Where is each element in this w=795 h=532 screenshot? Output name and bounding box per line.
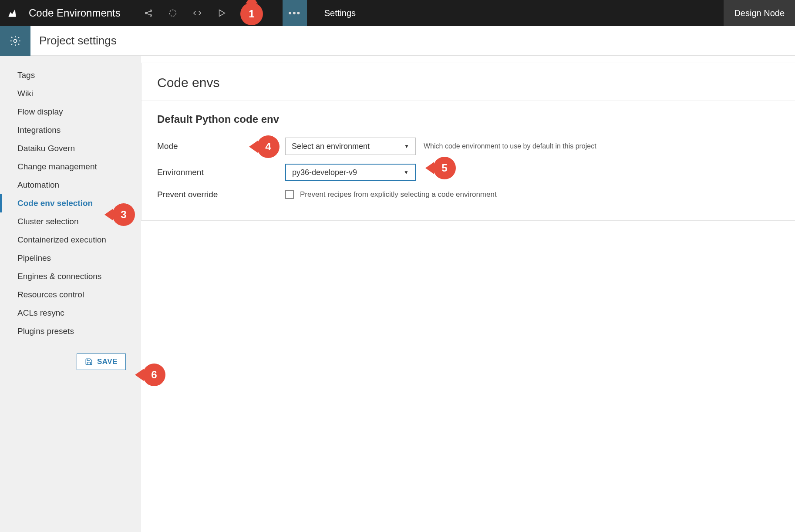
environment-select[interactable]: py36-developer-v9 ▼ — [285, 164, 416, 181]
svg-line-4 — [147, 13, 150, 15]
svg-point-1 — [150, 10, 152, 12]
svg-point-2 — [150, 15, 152, 17]
node-indicator[interactable]: Design Node — [724, 0, 795, 26]
main: Tags Wiki Flow display Integrations Data… — [0, 56, 795, 532]
sidebar-item-resources-control[interactable]: Resources control — [0, 286, 141, 304]
prevent-override-checkbox[interactable] — [285, 190, 294, 199]
sidebar-item-integrations[interactable]: Integrations — [0, 121, 141, 139]
chevron-down-icon: ▼ — [404, 143, 409, 149]
code-icon[interactable] — [185, 0, 209, 26]
sidebar-item-wiki[interactable]: Wiki — [0, 84, 141, 103]
svg-line-3 — [147, 11, 150, 13]
sidebar-item-flow-display[interactable]: Flow display — [0, 103, 141, 121]
annotation-callout-5: 5 — [433, 157, 456, 179]
sidebar-item-pipelines[interactable]: Pipelines — [0, 249, 141, 267]
sidebar-item-automation[interactable]: Automation — [0, 176, 141, 194]
sidebar-item-plugins-presets[interactable]: Plugins presets — [0, 322, 141, 340]
page-title: Project settings — [30, 34, 117, 47]
gear-icon — [0, 26, 30, 56]
environment-select-value: py36-developer-v9 — [292, 168, 357, 177]
topbar: Code Environments ••• Settings Design No… — [0, 0, 795, 26]
svg-point-0 — [145, 12, 147, 14]
settings-sidebar: Tags Wiki Flow display Integrations Data… — [0, 56, 141, 532]
play-icon[interactable] — [209, 0, 234, 26]
panel-title: Code envs — [141, 63, 795, 101]
svg-point-5 — [169, 10, 176, 17]
annotation-callout-4: 4 — [257, 135, 280, 158]
sidebar-item-acls-resync[interactable]: ACLs resync — [0, 304, 141, 322]
prevent-override-label: Prevent override — [157, 190, 285, 199]
circle-dashed-icon[interactable] — [161, 0, 185, 26]
annotation-callout-6: 6 — [143, 364, 165, 386]
environment-row: Environment py36-developer-v9 ▼ — [157, 164, 779, 181]
sidebar-item-change-management[interactable]: Change management — [0, 158, 141, 176]
annotation-callout-3: 3 — [112, 203, 135, 226]
mode-select[interactable]: Select an environment ▼ — [285, 138, 416, 155]
svg-point-9 — [14, 39, 17, 42]
sidebar-item-engines-connections[interactable]: Engines & connections — [0, 267, 141, 286]
sidebar-item-tags[interactable]: Tags — [0, 66, 141, 84]
save-button[interactable]: SAVE — [77, 354, 126, 370]
prevent-override-row: Prevent override Prevent recipes from ex… — [157, 190, 779, 199]
app-logo[interactable] — [0, 0, 24, 26]
share-icon[interactable] — [136, 0, 161, 26]
environment-label: Environment — [157, 168, 285, 177]
page-header: Project settings — [0, 26, 795, 56]
mode-select-value: Select an environment — [292, 142, 370, 151]
topbar-icons: ••• — [136, 0, 307, 26]
more-menu-icon[interactable]: ••• — [283, 0, 307, 26]
mode-help-text: Which code environment to use by default… — [424, 142, 779, 150]
save-button-label: SAVE — [97, 357, 118, 366]
prevent-override-checkbox-label: Prevent recipes from explicitly selectin… — [300, 190, 497, 199]
project-title[interactable]: Code Environments — [24, 7, 129, 19]
annotation-callout-1: 1 — [240, 3, 263, 25]
sidebar-item-containerized-execution[interactable]: Containerized execution — [0, 231, 141, 249]
settings-tab[interactable]: Settings — [307, 8, 373, 18]
sidebar-item-dataiku-govern[interactable]: Dataiku Govern — [0, 139, 141, 158]
svg-marker-6 — [219, 10, 225, 17]
content-panel: Code envs Default Python code env Mode S… — [141, 56, 795, 532]
section-title: Default Python code env — [157, 113, 779, 125]
chevron-down-icon: ▼ — [404, 169, 409, 175]
